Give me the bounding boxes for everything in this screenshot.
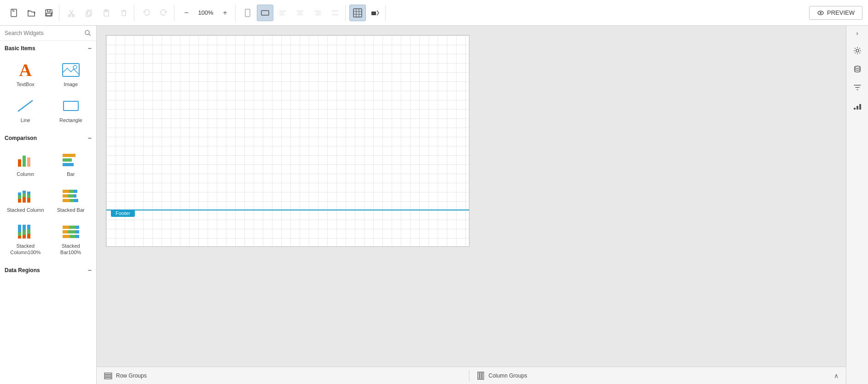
comparison-header: Comparison − [0, 131, 96, 145]
data-regions-label: Data Regions [5, 267, 40, 273]
settings-button[interactable] [849, 42, 866, 59]
widget-stacked-column[interactable]: Stacked Column [4, 182, 47, 216]
toolbar: ▾ ▾ − 100% + [0, 0, 868, 26]
svg-rect-87 [856, 106, 858, 110]
stacked-bar-label: Stacked Bar [57, 207, 85, 213]
svg-rect-3 [47, 10, 50, 12]
widget-bar[interactable]: Bar [49, 146, 93, 180]
gear-icon [853, 46, 862, 55]
save-button[interactable]: ▾ [41, 5, 57, 21]
data-button[interactable] [849, 61, 866, 77]
filter-button[interactable] [849, 79, 866, 96]
stacked-column-label: Stacked Column [7, 207, 44, 213]
svg-rect-74 [75, 230, 79, 233]
svg-rect-13 [245, 9, 250, 17]
svg-rect-9 [86, 12, 90, 17]
basic-items-header: Basic Items − [0, 41, 96, 55]
footer-label: Footer [111, 209, 135, 217]
eye-icon [817, 9, 824, 17]
zoom-out-button[interactable]: − [178, 5, 195, 21]
show-grid-button[interactable] [349, 5, 366, 21]
database-icon [853, 64, 862, 74]
svg-rect-77 [75, 235, 79, 238]
rectangle-label: Rectangle [59, 117, 82, 123]
search-input[interactable] [5, 30, 81, 36]
preview-label: PREVIEW [827, 9, 855, 16]
svg-rect-21 [314, 11, 321, 12]
svg-rect-39 [63, 154, 75, 157]
chart-button[interactable] [849, 98, 866, 114]
data-regions-header: Data Regions − [0, 263, 96, 277]
column-groups-item: Column Groups [477, 372, 834, 380]
widget-image[interactable]: Image [49, 57, 93, 91]
delete-button[interactable] [116, 5, 132, 21]
distribute-button[interactable] [327, 5, 343, 21]
svg-rect-64 [23, 230, 26, 235]
grid-group [347, 5, 386, 21]
new-button[interactable] [6, 5, 22, 21]
paste-button[interactable] [98, 5, 115, 21]
portrait-button[interactable] [239, 5, 256, 21]
bar-label: Bar [67, 171, 75, 177]
snap-grid-button[interactable] [367, 5, 383, 21]
svg-rect-60 [18, 236, 21, 239]
data-regions-collapse[interactable]: − [88, 267, 92, 274]
svg-rect-50 [27, 192, 30, 194]
svg-rect-72 [63, 230, 68, 233]
align-left-button[interactable] [274, 5, 291, 21]
widget-rectangle[interactable]: Rectangle [49, 93, 93, 127]
stacked-column-icon [14, 186, 36, 205]
svg-rect-35 [18, 159, 21, 167]
stacked-column100-label: Stacked Column100% [6, 243, 45, 256]
svg-rect-47 [23, 191, 26, 193]
preview-group: PREVIEW [807, 6, 864, 20]
open-button[interactable]: ▾ [23, 5, 40, 21]
basic-items-collapse[interactable]: − [88, 45, 92, 52]
widget-stacked-bar100[interactable]: Stacked Bar100% [49, 218, 93, 259]
svg-rect-48 [27, 198, 30, 203]
svg-rect-8 [87, 10, 92, 15]
widget-panel: Basic Items − A TextBox Image [0, 26, 97, 384]
stacked-column100-icon [14, 222, 36, 241]
search-bar [0, 26, 96, 41]
image-label: Image [64, 81, 78, 87]
widget-stacked-column100[interactable]: Stacked Column100% [4, 218, 47, 259]
svg-point-29 [820, 12, 822, 14]
basic-items-label: Basic Items [5, 45, 35, 52]
stacked-bar-icon [60, 186, 82, 205]
comparison-label: Comparison [5, 135, 37, 141]
redo-button[interactable] [156, 5, 172, 21]
svg-rect-15 [279, 11, 286, 12]
rectangle-icon [60, 97, 82, 115]
align-center-button[interactable] [292, 5, 308, 21]
svg-rect-69 [63, 226, 69, 229]
svg-rect-57 [63, 199, 70, 202]
preview-button[interactable]: PREVIEW [809, 6, 862, 20]
svg-rect-62 [18, 225, 21, 232]
line-icon [14, 97, 36, 115]
undo-button[interactable] [138, 5, 155, 21]
svg-rect-65 [23, 225, 26, 230]
right-panel-collapse[interactable]: › [856, 29, 858, 37]
svg-rect-88 [859, 104, 861, 110]
groups-bar-chevron[interactable]: ∧ [834, 372, 839, 379]
svg-rect-86 [854, 108, 856, 110]
widget-textbox[interactable]: A TextBox [4, 57, 47, 91]
widget-stacked-bar[interactable]: Stacked Bar [49, 182, 93, 216]
textbox-label: TextBox [17, 81, 35, 87]
search-icon [84, 29, 92, 37]
svg-rect-24 [332, 11, 338, 12]
landscape-button[interactable] [257, 5, 273, 21]
cut-button[interactable] [63, 5, 80, 21]
column-label: Column [17, 171, 34, 177]
widget-line[interactable]: Line [4, 93, 47, 127]
svg-rect-79 [104, 375, 112, 377]
align-right-button[interactable] [309, 5, 326, 21]
comparison-collapse[interactable]: − [88, 134, 92, 142]
copy-button[interactable] [81, 5, 97, 21]
svg-rect-40 [63, 158, 72, 162]
zoom-in-button[interactable]: + [217, 5, 233, 21]
widget-column[interactable]: Column [4, 146, 47, 180]
row-groups-label: Row Groups [116, 372, 147, 379]
report-canvas[interactable]: Footer [106, 35, 469, 247]
